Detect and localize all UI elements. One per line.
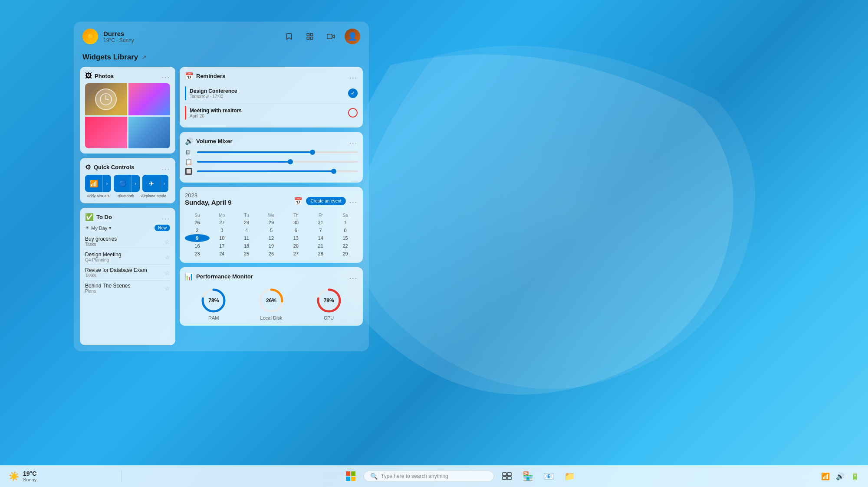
- vol-row-2: 📋: [185, 158, 358, 165]
- reminder-check-open-2[interactable]: [348, 108, 358, 118]
- reminders-widget: 📅 Reminders ... Design Conference Tomorr…: [180, 67, 363, 127]
- gauge-localdisk-circle: 26%: [258, 288, 284, 314]
- quick-controls-icon: ⚙: [85, 163, 91, 171]
- todo-star-4[interactable]: ☆: [164, 285, 170, 292]
- cal-day-3[interactable]: 3: [210, 226, 234, 234]
- vol-slider-3[interactable]: [197, 170, 358, 172]
- cal-day-26b[interactable]: 26: [259, 250, 284, 258]
- todo-menu[interactable]: ...: [162, 213, 170, 221]
- new-badge[interactable]: New: [155, 225, 170, 231]
- cal-day-21[interactable]: 21: [308, 242, 333, 250]
- cal-day-18[interactable]: 18: [234, 242, 259, 250]
- vol-slider-2[interactable]: [197, 161, 358, 163]
- search-bar[interactable]: 🔍 Type here to search anything: [364, 471, 494, 482]
- widgets-library-bar: Widgets Library ↗: [74, 51, 369, 67]
- cal-day-20[interactable]: 20: [283, 242, 308, 250]
- cal-day-28a[interactable]: 28: [234, 219, 259, 226]
- cal-day-9-today[interactable]: 9: [185, 234, 210, 242]
- todo-star-1[interactable]: ☆: [164, 238, 170, 245]
- cal-day-26a[interactable]: 26: [185, 219, 210, 226]
- grid-icon-btn[interactable]: [303, 29, 317, 43]
- volume-sys-icon[interactable]: 🔊: [836, 472, 845, 480]
- avatar[interactable]: 👤: [345, 29, 360, 44]
- performance-header: 📊 Performance Monitor ...: [185, 272, 358, 281]
- cal-day-11[interactable]: 11: [234, 234, 259, 242]
- svg-rect-18: [346, 477, 350, 481]
- gauge-ram-label: RAM: [201, 315, 227, 320]
- weather-detail: 19°C · Sunny: [103, 37, 277, 43]
- cal-day-10[interactable]: 10: [210, 234, 234, 242]
- qc-bluetooth-btn[interactable]: 🔵: [114, 175, 131, 192]
- cal-day-17[interactable]: 17: [210, 242, 234, 250]
- cal-day-27b[interactable]: 27: [283, 250, 308, 258]
- reminder-check-done-1[interactable]: ✓: [348, 88, 358, 98]
- todo-star-3[interactable]: ☆: [164, 269, 170, 276]
- photo-cell-4: [128, 117, 171, 149]
- cal-day-12[interactable]: 12: [259, 234, 284, 242]
- battery-icon[interactable]: 🔋: [851, 472, 859, 480]
- cal-day-2[interactable]: 2: [185, 226, 210, 234]
- reminders-menu[interactable]: ...: [349, 72, 358, 80]
- cal-day-19[interactable]: 19: [259, 242, 284, 250]
- taskbar-app-desktops[interactable]: [499, 468, 515, 484]
- cal-day-28b[interactable]: 28: [308, 250, 333, 258]
- taskbar-app-mail[interactable]: 📧: [541, 468, 556, 484]
- cal-day-7[interactable]: 7: [308, 226, 333, 234]
- photos-icon: 🖼: [85, 72, 92, 80]
- cal-day-5[interactable]: 5: [259, 226, 284, 234]
- photo-cell-1: [85, 83, 127, 115]
- todo-star-2[interactable]: ☆: [164, 254, 170, 261]
- my-day-btn[interactable]: ☀ My Day ▾: [85, 225, 112, 231]
- cal-day-6[interactable]: 6: [283, 226, 308, 234]
- qc-airplane-btn[interactable]: ✈: [142, 175, 160, 192]
- svg-rect-4: [311, 37, 313, 39]
- quick-controls-buttons: 📶 › 🔵 › ✈ ›: [85, 175, 170, 192]
- qc-airplane-group: ✈ ›: [142, 175, 168, 192]
- performance-menu[interactable]: ...: [349, 273, 358, 281]
- cal-day-31a[interactable]: 31: [308, 219, 333, 226]
- cal-day-24[interactable]: 24: [210, 250, 234, 258]
- vol-slider-1[interactable]: [197, 151, 358, 153]
- qc-bluetooth-arrow[interactable]: ›: [131, 175, 140, 192]
- start-button[interactable]: [343, 468, 358, 484]
- photos-menu[interactable]: ...: [162, 72, 170, 80]
- reminders-header: 📅 Reminders ...: [185, 72, 358, 80]
- cal-day-30a[interactable]: 30: [283, 219, 308, 226]
- vol-icon-1: 🖥: [185, 149, 194, 156]
- cal-day-29b[interactable]: 29: [333, 250, 358, 258]
- todo-widget: ✅ To Do ... ☀ My Day ▾ New Buy groceries: [80, 208, 175, 345]
- cal-day-1[interactable]: 1: [333, 219, 358, 226]
- create-event-btn[interactable]: Create an event: [306, 197, 345, 205]
- cal-day-25[interactable]: 25: [234, 250, 259, 258]
- taskbar-temp: 19°C: [23, 470, 36, 477]
- calendar-icon: 📅: [294, 197, 302, 205]
- cal-day-4[interactable]: 4: [234, 226, 259, 234]
- cal-week-5: 23 24 25 26 27 28 29: [185, 250, 358, 258]
- cal-day-29a[interactable]: 29: [259, 219, 284, 226]
- calendar-menu[interactable]: ...: [349, 197, 358, 205]
- video-icon-btn[interactable]: [324, 29, 338, 43]
- taskbar: ☀️ 19°C Sunny 🔍 Type here to search anyt…: [0, 465, 868, 487]
- cal-day-14[interactable]: 14: [308, 234, 333, 242]
- cal-day-23[interactable]: 23: [185, 250, 210, 258]
- expand-icon[interactable]: ↗: [141, 54, 147, 61]
- bookmark-icon-btn[interactable]: [282, 29, 296, 43]
- svg-marker-5: [332, 35, 334, 38]
- taskbar-app-store[interactable]: 🏪: [520, 468, 536, 484]
- cal-day-13[interactable]: 13: [283, 234, 308, 242]
- qc-wifi-arrow[interactable]: ›: [102, 175, 111, 192]
- todo-item-3: Revise for Database Exam Tasks ☆: [85, 265, 170, 281]
- qc-airplane-arrow[interactable]: ›: [160, 175, 168, 192]
- cal-day-15[interactable]: 15: [333, 234, 358, 242]
- quick-controls-title: Quick Controls: [94, 164, 159, 170]
- wifi-icon[interactable]: 📶: [821, 472, 830, 480]
- cal-day-22[interactable]: 22: [333, 242, 358, 250]
- quick-controls-menu[interactable]: ...: [162, 163, 170, 171]
- todo-subheader: ☀ My Day ▾ New: [85, 225, 170, 231]
- taskbar-app-files[interactable]: 📁: [562, 468, 577, 484]
- volume-menu[interactable]: ...: [349, 137, 358, 145]
- cal-day-16[interactable]: 16: [185, 242, 210, 250]
- qc-wifi-btn[interactable]: 📶: [85, 175, 102, 192]
- cal-day-27a[interactable]: 27: [210, 219, 234, 226]
- cal-day-8[interactable]: 8: [333, 226, 358, 234]
